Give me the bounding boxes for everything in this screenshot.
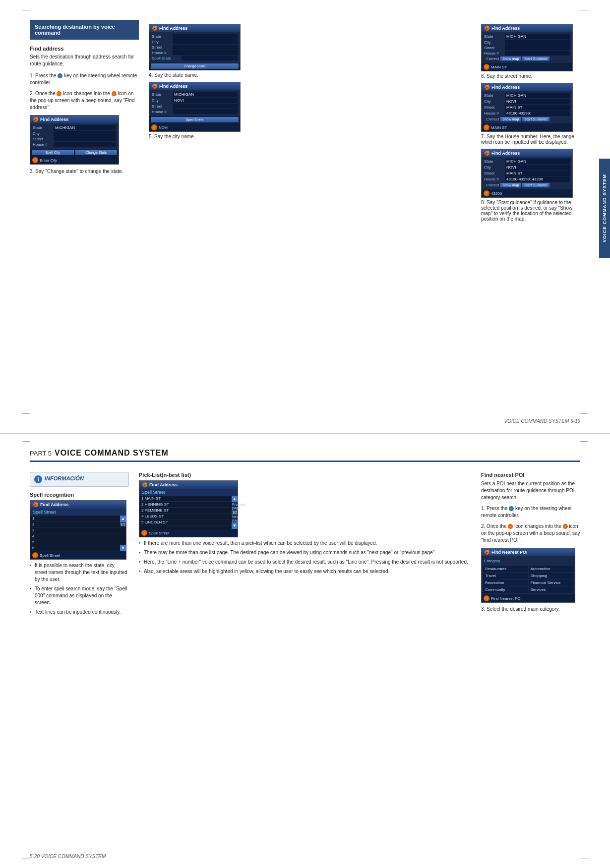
change-state-btn-2[interactable]: Change State [151,63,239,69]
mic-icon-5: 🎤 [485,85,489,90]
pick-bullet-4: Also, selectable areas will be highlight… [139,568,471,575]
house-label-6: House # [484,177,505,181]
find-nearest-poi-title: Find nearest POI [481,472,580,478]
pick-bottom-row: Spell Street [139,529,238,537]
pick-circle-btn[interactable] [141,530,147,536]
change-state-btn[interactable]: Change State [75,150,118,155]
spell-scroll-list: 1 2 3 4 5 6 ▲ 1/1 ▼ [30,516,126,551]
pick-item-3: 3 PEMBINE ST [139,508,232,514]
start-guidance-btn-4[interactable]: Start Guidance [522,57,549,61]
poi-category-header: Category [482,556,575,564]
nav-circle-btn-1[interactable] [32,157,38,163]
show-map-btn-6[interactable]: Show map [500,183,521,187]
nav-field-city-1: City [33,131,116,136]
pick-scroll-up[interactable]: ▲ [232,496,238,502]
nav-screen-2: 🎤 Find Address State City St [149,24,241,70]
step2: 2. Once the icon changes into the icon o… [30,90,139,111]
poi-recreation: Recreation [483,579,528,586]
house-value-2 [173,50,238,55]
nav-circle-btn-4[interactable] [484,64,489,70]
section-header-text: Searching destination by voice command [35,24,115,36]
house-label-3: House # [152,110,173,114]
nav-screen-title-3: Find Address [159,84,187,89]
pick-item-5: 5 LINCOLN ST [139,520,232,525]
margin-mark-top-left-2 [22,441,30,442]
poi-icon-after [563,524,568,529]
spell-item-1: 1 [30,516,120,521]
show-map-btn-5[interactable]: Show map [500,117,521,121]
spell-state-label: Spell State [152,56,182,60]
spell-street-btn[interactable]: Spell Street [151,117,239,122]
start-guidance-btn-5[interactable]: Start Guidance [522,117,549,121]
nav-screen-body-2: State City Street House # [149,32,240,62]
spell-bottom-text: Spell Street [40,553,60,558]
nav-screen-5: 🎤 Find Address State MICHIGAN City NOVI [481,83,573,132]
scroll-down-btn[interactable]: ▼ [120,545,126,551]
poi-screen: 🎤 Find Nearest POI Category Restaurants … [481,548,575,603]
left-column: Searching destination by voice command F… [30,20,139,423]
nav-screen-header-4: 🎤 Find Address [482,24,572,32]
pick-bullet-1: If there are more than one voice result,… [139,540,471,547]
nav-circle-btn-5[interactable] [484,124,489,130]
nav-screen-body-3: State MICHIGAN City NOVI Street House [149,90,240,116]
city-label-6: City [484,165,505,170]
margin-mark-bottom-right-2 [580,859,588,859]
spell-screen-title: Find Address [40,502,68,507]
nav-field-city-5: City NOVI [484,99,570,104]
street-value-2 [173,45,238,50]
find-address-title: Find address [30,46,139,52]
category-label: Category [484,559,500,563]
state-value-6: MICHIGAN [505,159,570,164]
nav-field-house-2: House # [152,50,238,55]
poi-services: Services [529,586,574,593]
nav-correct-row-4: Correct Show map Start Guidance [484,56,570,61]
spell-item-2: 2 [30,521,120,527]
icon-after [112,91,117,96]
nav-field-house-1: House # [33,142,116,147]
mic-icon-1: 🎤 [33,117,38,122]
city-value-4 [505,40,570,45]
show-map-btn-4[interactable]: Show map [500,57,521,61]
mic-icon-4: 🎤 [485,26,489,31]
street-value-4 [505,45,570,50]
poi-circle-btn[interactable] [484,595,489,601]
nav-bottom-text-3: NOVI [159,125,169,130]
poi-screen-header: 🎤 Find Nearest POI [482,548,575,556]
street-label-2: Street [152,45,173,50]
poi-bottom-text: Find Nearest POI [491,596,522,601]
scroll-up-btn[interactable]: ▲ [120,516,126,522]
nav-field-street-6: Street MAIN ST [484,171,570,176]
margin-mark-top-right-2 [580,441,588,442]
poi-restaurants: Restaurants [483,566,528,572]
bottom-right-col: Find nearest POI Sets a POI near the cur… [481,472,580,618]
nav-field-street-1: Street [33,136,116,141]
bottom-left-col: i INFORMACIÓN Spell recognition 🎤 Find A… [30,472,129,618]
start-guidance-btn-6[interactable]: Start Guidance [522,183,549,187]
state-value: MICHIGAN [54,125,116,130]
city-value-5: NOVI [505,99,570,104]
nav-field-city-6: City NOVI [484,165,570,170]
nav-circle-btn-3[interactable] [151,124,157,130]
spell-city-btn[interactable]: Spell City [32,150,74,155]
pick-bottom-text: Spell Street [149,531,169,535]
house-label: House # [33,142,54,147]
state-label-4: State [484,34,505,39]
nav-circle-btn-6[interactable] [484,190,489,196]
mic-icon-poi: 🎤 [485,550,489,555]
nav-screen-body-5: State MICHIGAN City NOVI Street MAIN ST [482,91,572,123]
poi-grid: Restaurants Automotive Travel Shopping R… [483,566,573,593]
find-address-section: Find address Sets the destination throug… [30,46,139,174]
nav-screen-4: 🎤 Find Address State MICHIGAN City [481,24,573,71]
section-header: Searching destination by voice command [30,20,139,40]
margin-mark [580,10,588,10]
pick-item-4: 4 LEEDS ST [139,514,232,520]
step5-caption: 5. Say the city name. [149,134,471,139]
pick-scroll-down[interactable]: ▼ [232,522,238,529]
spell-circle-btn[interactable] [32,552,38,558]
step8-caption: 8. Say "Start guidance" if guidance to t… [481,200,580,222]
nav-field-street-5: Street MAIN ST [484,105,570,110]
nav-correct-row-5: Correct Show map Start Guidance [484,116,570,122]
house-value-5: 43100-43299: [505,111,570,116]
spell-state-value [182,56,238,60]
city-value [54,131,116,136]
